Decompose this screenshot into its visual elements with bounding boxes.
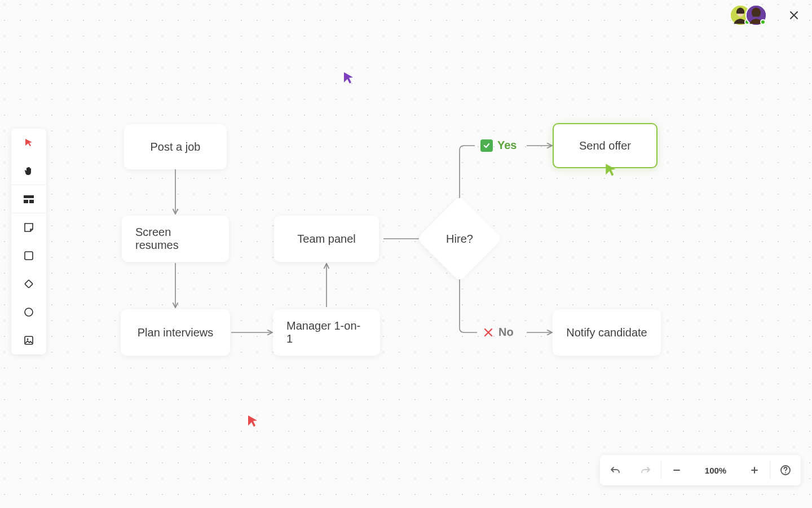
close-button[interactable] xyxy=(786,7,802,23)
zoom-level[interactable]: 100% xyxy=(692,466,739,475)
hand-icon xyxy=(23,165,34,177)
tool-section[interactable] xyxy=(11,185,46,213)
node-post-a-job[interactable]: Post a job xyxy=(124,124,227,169)
undo-icon xyxy=(610,465,621,476)
branch-label-text: No xyxy=(498,326,514,339)
node-hire-decision[interactable]: Hire? xyxy=(429,208,490,269)
circle-icon xyxy=(24,307,34,317)
svg-rect-9 xyxy=(25,252,33,260)
node-notify-candidate[interactable]: Notify candidate xyxy=(553,309,661,356)
tool-select[interactable] xyxy=(11,129,46,157)
branch-yes: Yes xyxy=(480,139,517,152)
plus-icon xyxy=(750,466,759,475)
svg-point-11 xyxy=(25,308,33,316)
redo-icon xyxy=(640,465,651,476)
avatar-collaborator-2[interactable] xyxy=(745,5,767,26)
node-plan-interviews[interactable]: Plan interviews xyxy=(121,309,230,356)
square-icon xyxy=(24,251,34,261)
zoom-toolbar: 100% xyxy=(600,455,801,485)
x-icon xyxy=(483,327,494,338)
remote-cursor-red xyxy=(247,414,259,431)
minus-icon xyxy=(672,466,681,475)
help-button[interactable] xyxy=(770,455,801,485)
close-icon xyxy=(789,10,799,20)
collaborator-avatars xyxy=(730,5,767,26)
svg-rect-8 xyxy=(29,200,34,203)
sticky-note-icon xyxy=(24,222,34,233)
redo-button[interactable] xyxy=(630,455,661,485)
zoom-out-button[interactable] xyxy=(661,455,692,485)
node-send-offer[interactable]: Send offer xyxy=(553,123,657,168)
node-label: Plan interviews xyxy=(138,326,214,339)
svg-rect-10 xyxy=(25,280,33,288)
check-icon xyxy=(480,139,493,152)
tool-image[interactable] xyxy=(11,326,46,354)
section-icon xyxy=(23,195,34,204)
node-label: Screen resumes xyxy=(135,226,215,252)
remote-cursor-purple xyxy=(343,71,355,88)
tool-ellipse[interactable] xyxy=(11,298,46,326)
branch-label-text: Yes xyxy=(497,139,517,152)
image-icon xyxy=(24,335,34,345)
svg-rect-6 xyxy=(24,195,34,198)
presence-dot-icon xyxy=(760,19,766,25)
diamond-icon xyxy=(23,278,34,290)
cursor-icon xyxy=(24,138,34,148)
node-team-panel[interactable]: Team panel xyxy=(274,216,379,262)
tool-diamond[interactable] xyxy=(11,270,46,298)
node-screen-resumes[interactable]: Screen resumes xyxy=(122,216,229,262)
tool-hand[interactable] xyxy=(11,157,46,185)
node-manager-1on1[interactable]: Manager 1-on-1 xyxy=(273,309,380,356)
node-label: Hire? xyxy=(446,233,473,246)
undo-button[interactable] xyxy=(600,455,630,485)
shape-toolbar xyxy=(11,129,46,354)
cursor-icon xyxy=(343,71,355,86)
svg-rect-7 xyxy=(24,200,28,203)
node-label: Post a job xyxy=(151,141,201,154)
svg-point-25 xyxy=(785,472,786,474)
help-icon xyxy=(780,465,791,476)
node-label: Manager 1-on-1 xyxy=(286,319,367,345)
cursor-icon xyxy=(247,414,259,429)
svg-point-13 xyxy=(27,339,29,340)
zoom-in-button[interactable] xyxy=(739,455,770,485)
node-label: Team panel xyxy=(297,233,355,246)
node-label: Notify candidate xyxy=(566,326,647,339)
branch-no: No xyxy=(483,326,514,339)
node-label: Send offer xyxy=(579,139,631,152)
header xyxy=(730,5,802,26)
tool-rectangle[interactable] xyxy=(11,242,46,270)
tool-sticky-note[interactable] xyxy=(11,213,46,242)
